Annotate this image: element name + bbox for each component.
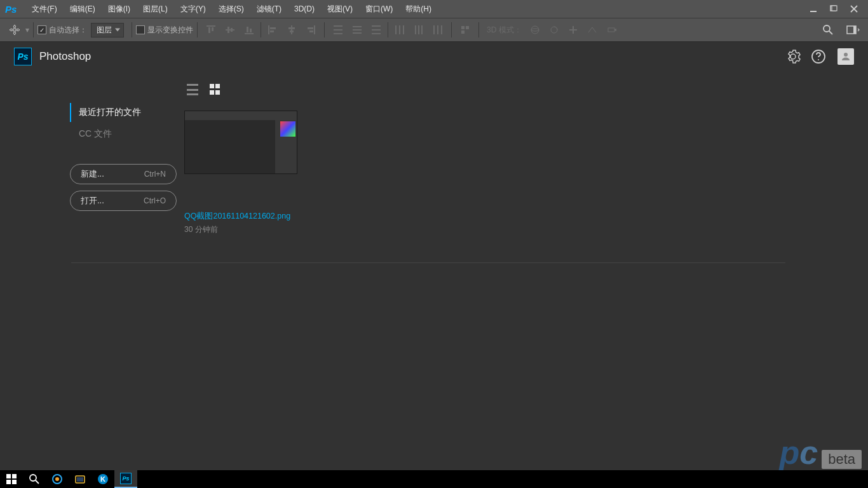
- menu-edit[interactable]: 编辑(E): [64, 0, 102, 18]
- taskbar-app-folder[interactable]: [69, 470, 92, 488]
- distribute-right-icon: [429, 21, 447, 39]
- svg-rect-55: [12, 480, 17, 484]
- svg-rect-29: [372, 33, 381, 34]
- taskbar: K Ps: [0, 470, 868, 488]
- search-icon[interactable]: [819, 21, 837, 39]
- app-logo-icon: Ps: [5, 4, 17, 15]
- menu-select[interactable]: 选择(S): [212, 0, 250, 18]
- 3d-orbit-icon: [526, 21, 544, 39]
- svg-point-43: [531, 29, 539, 31]
- svg-rect-53: [12, 474, 17, 478]
- workspace-switcher-icon[interactable]: [844, 21, 862, 39]
- menu-image[interactable]: 图像(I): [102, 0, 137, 18]
- taskbar-app-photoshop[interactable]: Ps: [114, 470, 137, 488]
- svg-rect-21: [334, 25, 342, 27]
- recent-file-item[interactable]: QQ截图20161104121602.png 30 分钟前: [184, 111, 299, 235]
- open-button[interactable]: 打开... Ctrl+O: [70, 191, 177, 211]
- 3d-roll-icon: [545, 21, 563, 39]
- distribute-hcenter-icon: [410, 21, 428, 39]
- menu-file[interactable]: 文件(F): [25, 0, 63, 18]
- new-button-label: 新建...: [81, 168, 104, 180]
- auto-select-checkbox[interactable]: [37, 25, 46, 34]
- window-maximize-button[interactable]: [825, 3, 843, 15]
- grid-view-button[interactable]: [210, 84, 221, 95]
- window-minimize-button[interactable]: [804, 3, 822, 15]
- align-top-icon: [202, 21, 220, 39]
- svg-rect-35: [421, 25, 423, 34]
- new-button[interactable]: 新建... Ctrl+N: [70, 164, 177, 184]
- show-transform-label: 显示变换控件: [147, 25, 193, 36]
- svg-rect-48: [853, 26, 856, 34]
- menu-view[interactable]: 视图(V): [321, 0, 359, 18]
- svg-point-56: [30, 475, 36, 481]
- svg-rect-36: [433, 25, 435, 34]
- show-transform-checkbox[interactable]: [136, 25, 145, 34]
- svg-rect-28: [372, 29, 381, 30]
- align-right-icon: [302, 21, 320, 39]
- divider: [71, 262, 785, 263]
- svg-rect-25: [353, 29, 362, 30]
- new-button-shortcut: Ctrl+N: [144, 170, 166, 179]
- svg-rect-17: [290, 30, 294, 32]
- svg-rect-5: [212, 27, 214, 31]
- menu-type[interactable]: 文字(Y): [174, 0, 212, 18]
- svg-point-46: [824, 25, 830, 32]
- svg-rect-40: [466, 26, 469, 29]
- open-button-shortcut: Ctrl+O: [144, 196, 166, 205]
- menu-help[interactable]: 帮助(H): [399, 0, 438, 18]
- svg-rect-34: [418, 25, 419, 34]
- help-icon[interactable]: [811, 49, 826, 64]
- menu-layer[interactable]: 图层(L): [137, 0, 174, 18]
- svg-rect-41: [461, 30, 465, 34]
- user-avatar-icon[interactable]: [837, 48, 854, 65]
- start-sidebar: 最近打开的文件 CC 文件 新建... Ctrl+N 打开... Ctrl+O: [70, 78, 184, 470]
- menu-filter[interactable]: 滤镜(T): [250, 0, 288, 18]
- start-content: 最近打开的文件 CC 文件 新建... Ctrl+N 打开... Ctrl+O: [0, 71, 868, 470]
- svg-rect-30: [395, 25, 397, 34]
- svg-rect-6: [226, 29, 234, 30]
- svg-rect-54: [6, 480, 11, 484]
- recent-files-grid: QQ截图20161104121602.png 30 分钟前: [184, 111, 854, 235]
- svg-rect-38: [441, 25, 442, 34]
- recent-file-thumbnail: [184, 111, 297, 174]
- mode-3d-label: 3D 模式：: [487, 25, 522, 36]
- distribute-left-icon: [391, 21, 409, 39]
- svg-rect-37: [437, 25, 438, 34]
- taskbar-search-button[interactable]: [23, 470, 46, 488]
- svg-rect-19: [308, 27, 313, 29]
- distribute-top-icon: [329, 21, 347, 39]
- svg-rect-39: [461, 26, 465, 29]
- svg-rect-32: [403, 25, 404, 34]
- gear-icon[interactable]: [785, 49, 801, 64]
- taskbar-start-button[interactable]: [0, 470, 23, 488]
- svg-rect-3: [207, 25, 215, 27]
- svg-rect-4: [208, 27, 210, 33]
- list-view-button[interactable]: [187, 84, 198, 95]
- 3d-pan-icon: [564, 21, 582, 39]
- svg-rect-8: [231, 28, 233, 32]
- app-title: Photoshop: [39, 50, 91, 63]
- sidebar-item-recent[interactable]: 最近打开的文件: [70, 103, 184, 122]
- recent-file-name: QQ截图20161104121602.png: [184, 211, 299, 222]
- menu-window[interactable]: 窗口(W): [359, 0, 399, 18]
- ps-icon: Ps: [14, 48, 32, 65]
- svg-point-50: [818, 59, 819, 60]
- svg-rect-15: [291, 25, 292, 34]
- auto-select-dropdown[interactable]: 图层: [91, 23, 124, 37]
- align-bottom-icon: [240, 21, 258, 39]
- svg-rect-26: [353, 32, 362, 34]
- align-vcenter-icon: [221, 21, 239, 39]
- window-close-button[interactable]: [845, 3, 863, 15]
- move-tool-icon[interactable]: [6, 21, 24, 39]
- recent-file-time: 30 分钟前: [184, 224, 299, 235]
- svg-rect-33: [415, 25, 416, 34]
- svg-rect-2: [832, 6, 837, 11]
- start-header: Ps Photoshop: [0, 42, 868, 71]
- svg-rect-45: [608, 28, 614, 32]
- menu-3d[interactable]: 3D(D): [288, 0, 321, 18]
- taskbar-app-browser[interactable]: [46, 470, 69, 488]
- start-main: QQ截图20161104121602.png 30 分钟前: [184, 78, 854, 470]
- taskbar-app-k[interactable]: K: [92, 470, 114, 488]
- open-button-label: 打开...: [81, 195, 104, 207]
- sidebar-item-cc-files[interactable]: CC 文件: [70, 125, 184, 144]
